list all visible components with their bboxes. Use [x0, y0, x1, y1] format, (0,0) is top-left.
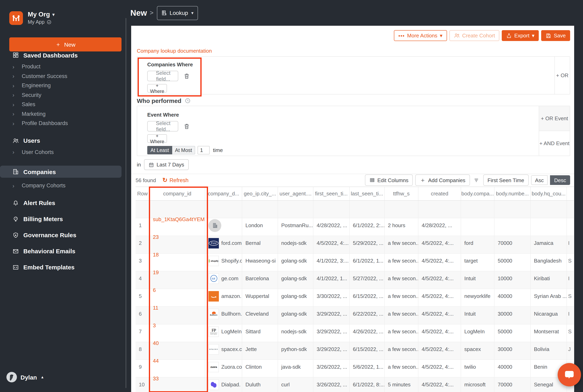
sort-filter-icon[interactable]: [473, 177, 479, 183]
column-header-row[interactable]: Row: [136, 187, 150, 200]
table-body: 1sub_1KtaQ6Ga4tYEM...LondonPostmanRu...4…: [136, 200, 574, 392]
event-add-where-button[interactable]: + Where: [147, 134, 167, 143]
add-and-event-button[interactable]: + AND Event: [539, 131, 570, 156]
chat-bubble-button[interactable]: [558, 363, 581, 386]
lookup-type-button[interactable]: Lookup ▾: [157, 6, 198, 20]
table-row[interactable]: 1033Dialpad.Duluthcurl3/26/2022, ...6/1/…: [136, 360, 574, 378]
table-row[interactable]: 840SPACEXspacex.cJettepython-sdk3/29/202…: [136, 324, 574, 342]
companies-where-title: Companies Where: [147, 62, 570, 68]
at-most-toggle[interactable]: At Most: [172, 146, 195, 154]
user-menu[interactable]: Dylan ▲: [7, 372, 44, 382]
table-row[interactable]: 611BullhornBullhorn.Clevelandgolang-sdk3…: [136, 289, 574, 307]
trash-icon[interactable]: [184, 73, 190, 79]
export-icon: [506, 33, 512, 38]
export-button[interactable]: Export▾: [502, 30, 539, 41]
sidebar-scrollbar[interactable]: [126, 18, 126, 388]
company-id-cell[interactable]: 45: [150, 378, 205, 392]
sidebar-section-alert-rules[interactable]: Alert Rules: [13, 199, 131, 206]
app-name: My App: [28, 19, 45, 25]
column-header-body-numbe-[interactable]: body.numbe...: [494, 187, 531, 200]
chevron-right-icon: ›: [13, 149, 22, 156]
sidebar-section-label: Companies: [23, 168, 56, 175]
event-where-title: Event Where: [147, 112, 570, 118]
sidebar-item-customer-success[interactable]: ›Customer Success: [13, 71, 131, 81]
sidebar-item-engineering[interactable]: ›Engineering: [13, 81, 131, 90]
column-header-last-seen-ti-[interactable]: last_seen_ti...: [350, 187, 385, 200]
chevron-right-icon: ›: [13, 73, 22, 80]
app-root: My Org▾ My App ＋New Saved Dashboards›Pro…: [0, 0, 583, 392]
trash-icon[interactable]: [184, 123, 190, 130]
who-performed-title: Who performed: [137, 97, 182, 104]
table-row[interactable]: 223Fordford.comBernalnodejs-sdk4/5/2022,…: [136, 218, 574, 236]
companies-add-where-button[interactable]: + Where: [147, 84, 167, 92]
column-header-geo-ip-city-[interactable]: geo_ip.city_...: [242, 187, 278, 200]
column-header-ttfhw-s[interactable]: ttfhw_s: [385, 187, 418, 200]
sidebar-item-security[interactable]: ›Security: [13, 90, 131, 100]
date-range-button[interactable]: Last 7 Days: [144, 159, 189, 170]
refresh-button[interactable]: ↻Refresh: [162, 176, 189, 184]
at-least-toggle[interactable]: At Least: [147, 146, 172, 154]
table-cell-company: assurant: [461, 378, 494, 392]
column-header-created[interactable]: created: [418, 187, 461, 200]
sidebar-item-profile-dashboards[interactable]: ›Profile Dashboards: [13, 118, 131, 128]
more-actions-button[interactable]: •••More Actions▾: [394, 30, 447, 41]
add-or-button[interactable]: + OR: [554, 57, 570, 94]
column-header-first-seen-ti-[interactable]: first_seen_ti...: [313, 187, 350, 200]
sidebar-section-saved-dashboards[interactable]: Saved Dashboards: [13, 52, 131, 59]
column-header-company-d-[interactable]: company_d...: [205, 187, 242, 200]
sidebar-section-companies[interactable]: Companies: [0, 166, 122, 178]
section-divider: [131, 174, 574, 174]
table-cell-last_seen: 6/18/2022, ...: [350, 378, 385, 392]
sidebar-item-company-cohorts[interactable]: ›Company Cohorts: [13, 181, 131, 190]
table-cell-employees: 70000: [494, 378, 531, 392]
sort-field-button[interactable]: First Seen Time: [483, 174, 528, 186]
new-button[interactable]: ＋New: [9, 38, 122, 52]
add-or-event-button[interactable]: + OR Event: [539, 106, 570, 131]
breadcrumb-separator: >: [150, 9, 154, 16]
companies-select-field[interactable]: Select field...: [147, 71, 178, 81]
chevron-right-icon: ›: [13, 111, 22, 117]
sidebar-section-users[interactable]: Users: [13, 137, 131, 144]
sort-desc-toggle[interactable]: Desc: [550, 175, 570, 185]
plus-icon: ＋: [55, 41, 61, 48]
table-row[interactable]: 73FPFRANCISCOPARTNERSLogMeInSittardnodej…: [136, 307, 574, 324]
add-companies-button[interactable]: ＋Add Companies: [415, 174, 470, 186]
sidebar: My Org▾ My App ＋New Saved Dashboards›Pro…: [0, 0, 131, 392]
sidebar-section-billing-meters[interactable]: Billing Meters: [13, 215, 131, 222]
table-cell-city: Escondido: [242, 378, 278, 392]
companies-table: Rowcompany_idcompany_d...geo_ip.city_...…: [136, 186, 574, 392]
column-header-body-compa-[interactable]: body.compa...: [461, 187, 494, 200]
edit-columns-button[interactable]: Edit Columns: [365, 174, 413, 186]
sidebar-item-label: Engineering: [22, 82, 51, 89]
history-clock-icon[interactable]: [185, 98, 191, 104]
column-header-user-agent-[interactable]: user_agent....: [278, 187, 313, 200]
sidebar-item-sales[interactable]: ›Sales: [13, 100, 131, 109]
event-select-field[interactable]: Select field...: [147, 121, 178, 132]
column-header-body-hq-cou-[interactable]: body.hq_cou...: [531, 187, 567, 200]
company-lookup-doc-link[interactable]: Company lookup documentation: [137, 48, 212, 54]
org-switcher[interactable]: My Org▾ My App: [0, 0, 131, 25]
more-dots-icon: •••: [398, 33, 405, 38]
sidebar-section-embed-templates[interactable]: Embed Templates: [13, 264, 131, 271]
table-row[interactable]: 419GEge.comBarcelonagolang-sdk4/1/2022, …: [136, 254, 574, 272]
sidebar-item-marketing[interactable]: ›Marketing: [13, 109, 131, 118]
save-button[interactable]: Save: [541, 30, 570, 41]
column-header-cut[interactable]: [567, 187, 574, 200]
sidebar-section-behavioral-emails[interactable]: Behavioral Emails: [13, 248, 131, 255]
table-row[interactable]: 318shopifyShopify.cHwaseong-sigolang-sdk…: [136, 236, 574, 254]
table-header: Rowcompany_idcompany_d...geo_ip.city_...…: [136, 186, 574, 200]
table-row[interactable]: 1sub_1KtaQ6Ga4tYEM...LondonPostmanRu...4…: [136, 200, 574, 218]
event-count-input[interactable]: [198, 146, 210, 154]
table-row[interactable]: 56amazon.Wuppertalgolang-sdk3/30/2022, .…: [136, 272, 574, 289]
sidebar-section-governance-rules[interactable]: Governance Rules: [13, 232, 131, 238]
sidebar-item-product[interactable]: ›Product: [13, 62, 131, 71]
table-row[interactable]: 944zuoraZuora.coClintonjava-sdk3/26/2022…: [136, 342, 574, 360]
org-name: My Org: [28, 11, 50, 18]
column-header-company-id[interactable]: company_id: [150, 187, 205, 200]
right-gutter: [574, 26, 583, 392]
sidebar-item-label: Company Cohorts: [22, 183, 66, 189]
table-row[interactable]: 1145ASSURANTassurantEscondidojava-sdk3/2…: [136, 378, 574, 392]
create-cohort-button[interactable]: Create Cohort: [449, 30, 499, 41]
sidebar-item-user-cohorts[interactable]: ›User Cohorts: [13, 147, 131, 157]
sort-asc-toggle[interactable]: Asc: [531, 175, 547, 185]
